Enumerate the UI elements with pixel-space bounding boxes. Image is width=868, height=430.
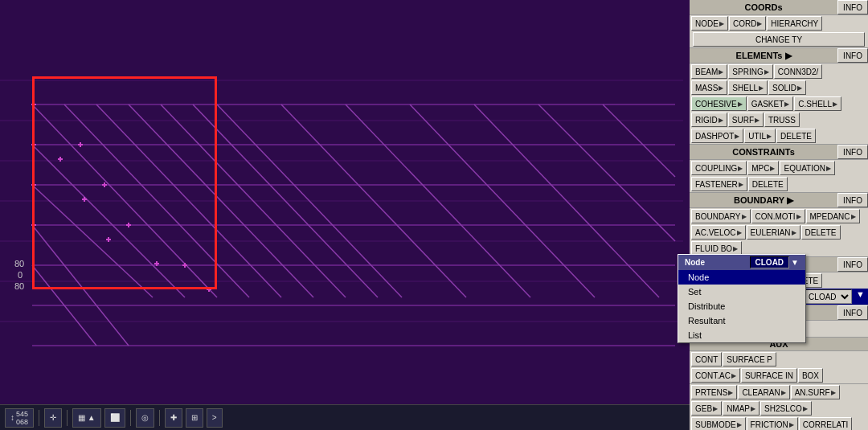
boundary-row-1: BOUNDARY▶ CON.MOTI▶ MPEDANC▶ [690, 208, 868, 224]
sh2slco-btn[interactable]: SH2SLCO▶ [760, 401, 812, 416]
transform-icon: ⬜ [110, 413, 120, 422]
cshell-btn[interactable]: C.SHELL ▶ [794, 96, 841, 111]
boundary-info-btn[interactable]: INFO [837, 193, 868, 207]
boundary-section: BOUNDARY ▶ INFO BOUNDARY▶ CON.MOTI▶ MPED… [690, 193, 868, 257]
cload-select[interactable]: CLOAD DLOAD TLOAD [803, 289, 852, 304]
coords-section: COORDs INFO NODE ▶ CORD ▶ HIERARCHY CHAN… [690, 0, 868, 48]
mpc-btn[interactable]: MPC ▶ [747, 161, 779, 175]
boundary-delete-btn[interactable]: DELETE [801, 225, 841, 240]
constraints-section: CONSTRAINTs INFO COUPLING▶ MPC ▶ EQUATIO… [690, 145, 868, 193]
coord-y-top: 80 [14, 259, 24, 268]
truss-btn[interactable]: TRUSS [764, 113, 800, 127]
misc-row-1: PRTENS ▶ CLEARAN▶ AN.SURF▶ [690, 384, 868, 400]
coords-info-btn[interactable]: INFO [837, 0, 868, 14]
loads-info-btn[interactable]: INFO [837, 257, 868, 272]
constraints-delete-btn[interactable]: DELETE [748, 177, 788, 191]
elements-row-1: BEAM ▶ SPRING ▶ CONN3D2/ [690, 63, 868, 80]
conmoti-btn[interactable]: CON.MOTI▶ [751, 209, 805, 223]
toolbar-divider-4 [159, 410, 160, 426]
mass-btn[interactable]: MASS ▶ [691, 80, 727, 95]
elements-delete-btn[interactable]: DELETE [776, 129, 816, 143]
surfacein-btn[interactable]: SURFACE IN [741, 368, 797, 383]
coupling-btn[interactable]: COUPLING▶ [691, 161, 747, 175]
dropdown-item-resultant[interactable]: Resultant [678, 313, 805, 328]
acveloc-btn[interactable]: AC.VELOC▶ [691, 225, 746, 240]
viewport[interactable]: 80 0 80 ↕ 545068 ✛ ▦ ▲ ⬜ ◎ ✚ ⊞ > [0, 0, 690, 430]
rigid-btn[interactable]: RIGID ▶ [691, 113, 727, 127]
clearan-btn[interactable]: CLEARAN▶ [738, 385, 789, 399]
friction-btn[interactable]: FRICTION▶ [747, 417, 798, 430]
spring-btn[interactable]: SPRING ▶ [728, 64, 772, 79]
box-btn[interactable]: BOX [798, 368, 823, 383]
coords-hierarchy-btn[interactable]: HIERARCHY [767, 16, 822, 31]
toolbar-move-btn[interactable]: ↕ 545068 [5, 408, 34, 428]
elements-row-4: RIGID ▶ SURF ▶ TRUSS [690, 112, 868, 128]
dropdown-item-list[interactable]: List [678, 328, 805, 342]
surfacep-btn[interactable]: SURFACE P [723, 352, 776, 367]
fastener-btn[interactable]: FASTENER▶ [691, 177, 747, 191]
constraints-row-2: FASTENER▶ DELETE [690, 176, 868, 192]
beam-btn[interactable]: BEAM ▶ [691, 64, 727, 79]
grid2-icon: ⊞ [191, 413, 198, 422]
surf-btn[interactable]: SURF ▶ [728, 113, 764, 127]
misc-section: PRTENS ▶ CLEARAN▶ AN.SURF▶ GEB ▶ NMAP ▶ … [690, 384, 868, 430]
diagram-canvas [0, 0, 690, 430]
eulerian-btn[interactable]: EULERIAN▶ [747, 225, 800, 240]
constraints-header: CONSTRAINTs [690, 145, 837, 158]
change-ty-btn[interactable]: CHANGE TY [693, 32, 865, 47]
fit-icon: ✚ [170, 413, 177, 422]
dropdown-item-set[interactable]: Set [678, 285, 805, 299]
dropdown-header: Node CLOAD ▼ [678, 255, 805, 270]
toolbar-grid2-btn[interactable]: ⊞ [186, 408, 203, 428]
boundary-header: BOUNDARY ▶ [690, 194, 837, 207]
toolbar-snap-btn[interactable]: ◎ [136, 408, 154, 428]
elements-info-btn[interactable]: INFO [837, 48, 868, 63]
cload-arrow: ▼ [854, 289, 866, 304]
constraints-info-btn[interactable]: INFO [837, 145, 868, 159]
elements-row-2: MASS ▶ SHELL ▶ SOLID ▶ [690, 80, 868, 96]
ansurf-btn[interactable]: AN.SURF▶ [791, 385, 840, 399]
aux-row-1: CONT SURFACE P [690, 351, 868, 367]
coord-y-bottom: 80 [14, 281, 24, 291]
more-icon: > [212, 413, 217, 422]
dashpot-btn[interactable]: DASHPOT▶ [691, 129, 743, 143]
submode-btn[interactable]: SUBMODE▶ [691, 417, 746, 430]
util-btn[interactable]: UTIL ▶ [744, 129, 776, 143]
toolbar-transform-btn[interactable]: ⬜ [104, 408, 125, 428]
toolbar-grid-btn[interactable]: ▦ ▲ [72, 408, 101, 428]
elements-row-3: COHESIVE▶ GASKET ▶ C.SHELL ▶ [690, 96, 868, 112]
mpedanc-btn[interactable]: MPEDANC▶ [806, 209, 860, 223]
nmap-btn[interactable]: NMAP ▶ [723, 401, 760, 416]
cont-btn[interactable]: CONT [691, 352, 722, 367]
equation-btn[interactable]: EQUATION▶ [780, 161, 834, 175]
misc-row-2: GEB ▶ NMAP ▶ SH2SLCO▶ [690, 400, 868, 416]
coord-y-zero: 0 [18, 270, 23, 280]
conn3d2-btn[interactable]: CONN3D2/ [774, 64, 823, 79]
coords-full-row: CHANGE TY [690, 31, 868, 47]
dropdown-item-distribute[interactable]: Distribute [678, 299, 805, 313]
toolbar-fit-btn[interactable]: ✚ [165, 408, 182, 428]
coords-header: COORDs [690, 1, 837, 14]
prtens-btn[interactable]: PRTENS ▶ [691, 385, 737, 399]
boundary-btn[interactable]: BOUNDARY▶ [691, 209, 751, 223]
dropdown-item-node[interactable]: Node [678, 270, 805, 285]
coords-node-btn[interactable]: NODE ▶ [691, 16, 728, 31]
dropdown-popup: Node CLOAD ▼ Node Set Distribute Resulta… [678, 254, 806, 343]
solid-btn[interactable]: SOLID ▶ [768, 80, 806, 95]
inits-info-btn[interactable]: INFO [837, 305, 868, 320]
grid-icon: ▦ ▲ [78, 413, 96, 422]
elements-section: ELEMENTs ▶ INFO BEAM ▶ SPRING ▶ CONN3D2/… [690, 48, 868, 145]
dropdown-title: Node [685, 258, 705, 267]
toolbar-more-btn[interactable]: > [207, 408, 223, 428]
move-icon: ↕ [10, 413, 14, 422]
elements-header: ELEMENTs ▶ [690, 49, 837, 63]
cohesive-btn[interactable]: COHESIVE▶ [691, 96, 747, 111]
geb-btn[interactable]: GEB ▶ [691, 401, 722, 416]
coords-cord-btn[interactable]: CORD ▶ [729, 16, 766, 31]
shell-btn[interactable]: SHELL ▶ [728, 80, 768, 95]
toolbar-pointer-btn[interactable]: ✛ [44, 408, 62, 428]
svg-rect-0 [0, 0, 690, 430]
contac-btn[interactable]: CONT.AC ▶ [691, 368, 740, 383]
gasket-btn[interactable]: GASKET ▶ [747, 96, 794, 111]
correlati-btn[interactable]: CORRELATI [799, 417, 853, 430]
